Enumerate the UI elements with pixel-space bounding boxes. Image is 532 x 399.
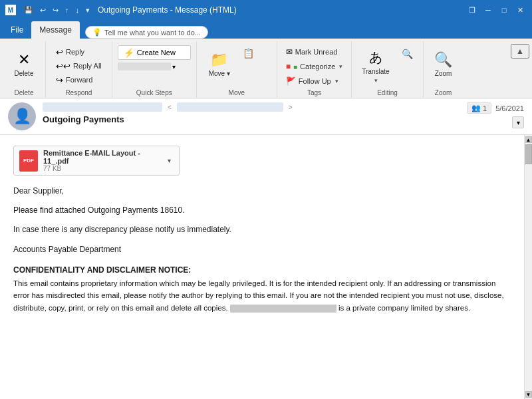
close-btn[interactable]: ✕: [513, 3, 527, 17]
zoom-group-label: Zoom: [429, 88, 458, 98]
email-to-bar: [177, 102, 283, 112]
email-arrow-icon2: >: [289, 104, 293, 111]
categorize-label: Categorize: [300, 63, 335, 70]
move-sub-icon1: 📋: [243, 48, 254, 59]
delete-label: Delete: [15, 70, 34, 78]
tab-file[interactable]: File: [3, 21, 31, 39]
reply-all-icon: ↩↩: [56, 61, 70, 71]
email-paragraph1: Please find attached Outgoing Payments 1…: [13, 204, 511, 217]
search-button[interactable]: 🔍: [397, 47, 418, 68]
attachment-dropdown-btn[interactable]: ▾: [165, 156, 174, 166]
categorize-icon2: ■: [293, 63, 297, 70]
avatar: 👤: [8, 102, 36, 130]
attachment-name: Remittance E-MAIL Layout - 11_.pdf: [43, 149, 160, 165]
email-date: 5/6/2021: [495, 104, 524, 112]
delete-icon: ✕: [18, 51, 30, 68]
quick-save-btn[interactable]: 💾: [21, 5, 36, 16]
delete-group-label: Delete: [8, 88, 40, 98]
reply-label: Reply: [66, 48, 84, 56]
move-sub-btn1[interactable]: 📋: [238, 47, 271, 60]
pdf-icon: PDF: [19, 150, 38, 172]
move-icon: 📁: [210, 51, 228, 68]
down-btn[interactable]: ↓: [73, 5, 82, 15]
confidentiality-section: CONFIDENTIALITY AND DISCLAIMER NOTICE: T…: [13, 265, 511, 314]
minimize-btn[interactable]: ─: [481, 3, 495, 17]
search-icon: 🔍: [402, 49, 413, 59]
reply-button[interactable]: ↩ Reply: [51, 45, 106, 59]
translate-dropdown-icon: ▾: [374, 77, 378, 84]
categorize-dropdown-icon: ▾: [339, 63, 342, 70]
follow-up-dropdown-icon: ▾: [335, 78, 338, 84]
confidentiality-text: This email contains proprietary informat…: [13, 279, 504, 312]
forward-button[interactable]: ↪ Forward: [51, 73, 106, 86]
confidentiality-title: CONFIDENTIALITY AND DISCLAIMER NOTICE:: [13, 265, 511, 275]
people-icon: 👥: [471, 104, 481, 112]
attachment-info: Remittance E-MAIL Layout - 11_.pdf 77 KB: [43, 149, 160, 172]
mark-unread-icon: ✉: [286, 47, 293, 57]
move-label: Move ▾: [209, 70, 230, 78]
zoom-icon: 🔍: [434, 51, 452, 68]
ribbon-group-quick-steps: ⚡ Create New ▾ Quick Steps: [112, 41, 197, 98]
email-greeting: Dear Supplier,: [13, 185, 511, 198]
ribbon-group-zoom: 🔍 Zoom Zoom: [424, 41, 464, 98]
lightning-icon: ⚡: [124, 48, 134, 58]
attachment-box[interactable]: PDF Remittance E-MAIL Layout - 11_.pdf 7…: [13, 146, 180, 176]
mark-unread-label: Mark Unread: [295, 48, 338, 56]
reply-icon: ↩: [56, 47, 63, 57]
people-number: 1: [483, 104, 487, 112]
ribbon-group-tags: ✉ Mark Unread ■ ■ Categorize ▾ 🚩 Follow …: [277, 41, 352, 98]
move-group-label: Move: [202, 88, 271, 98]
avatar-icon: 👤: [13, 108, 31, 125]
confidentiality-suffix: is a private company limited by shares.: [338, 304, 470, 312]
zoom-label: Zoom: [435, 70, 452, 78]
email-body-wrapper: PDF Remittance E-MAIL Layout - 11_.pdf 7…: [0, 135, 532, 399]
email-subject: Outgoing Payments: [43, 114, 460, 124]
quick-steps-expand-btn[interactable]: ▾: [172, 63, 176, 70]
zoom-button[interactable]: 🔍 Zoom: [429, 44, 458, 85]
follow-up-button[interactable]: 🚩 Follow Up ▾: [283, 74, 346, 88]
follow-up-label: Follow Up: [299, 77, 331, 85]
move-button[interactable]: 📁 Move ▾: [202, 44, 237, 85]
create-new-label: Create New: [137, 49, 176, 57]
undo-btn[interactable]: ↩: [37, 5, 49, 16]
scrollbar-track[interactable]: ▲ ▼: [524, 135, 532, 399]
ribbon-group-delete: ✕ Delete Delete: [3, 41, 46, 98]
window-title: Outgoing Payments - Message (HTML): [98, 5, 237, 15]
lightbulb-icon: 💡: [92, 28, 102, 37]
maximize-btn[interactable]: □: [497, 3, 511, 17]
email-arrow-icon: <: [168, 104, 172, 111]
expand-email-btn[interactable]: ▾: [512, 116, 524, 128]
create-new-button[interactable]: ⚡ Create New: [118, 45, 191, 60]
main-content: 👤 < > Outgoing Payments 👥 1 5/6/2021 ▾: [0, 98, 532, 399]
redacted-company-name: [230, 305, 336, 313]
delete-button[interactable]: ✕ Delete: [8, 44, 40, 85]
tell-me-bar[interactable]: 💡 Tell me what you want to do...: [85, 26, 208, 39]
reply-all-button[interactable]: ↩↩ Reply All: [51, 59, 106, 72]
email-body-container: PDF Remittance E-MAIL Layout - 11_.pdf 7…: [0, 135, 524, 399]
email-paragraph2: In case there is any discrepancy please …: [13, 223, 511, 236]
ribbon-tabs: File Message 💡 Tell me what you want to …: [0, 20, 532, 39]
redo-btn[interactable]: ↪: [50, 5, 61, 16]
app-icon: M: [5, 5, 16, 15]
ribbon-group-respond: ↩ Reply ↩↩ Reply All ↪ Forward Respond: [46, 41, 112, 98]
email-header: 👤 < > Outgoing Payments 👥 1 5/6/2021 ▾: [0, 98, 532, 135]
title-bar: M 💾 ↩ ↪ ↑ ↓ ▾ Outgoing Payments - Messag…: [0, 0, 532, 20]
tab-message[interactable]: Message: [31, 21, 80, 39]
scrollbar-thumb[interactable]: [525, 144, 532, 164]
translate-icon: あ: [369, 49, 382, 66]
up-btn[interactable]: ↑: [63, 5, 72, 15]
restore-btn[interactable]: ❐: [466, 3, 479, 17]
follow-up-icon: 🚩: [286, 76, 296, 86]
customize-btn[interactable]: ▾: [83, 5, 92, 16]
ribbon-collapse-btn[interactable]: ▲: [511, 44, 529, 59]
attachment-size: 77 KB: [43, 165, 160, 172]
translate-button[interactable]: あ Translate ▾: [357, 45, 394, 86]
email-people-count[interactable]: 👥 1: [467, 102, 491, 114]
scrollbar-down-arrow[interactable]: ▼: [525, 391, 532, 398]
tags-group-label: Tags: [283, 88, 346, 98]
mark-unread-button[interactable]: ✉ Mark Unread: [283, 45, 346, 59]
categorize-button[interactable]: ■ ■ Categorize ▾: [283, 60, 346, 73]
respond-group-label: Respond: [51, 88, 106, 98]
email-from-row: < >: [43, 102, 460, 112]
scrollbar-up-arrow[interactable]: ▲: [525, 136, 532, 143]
